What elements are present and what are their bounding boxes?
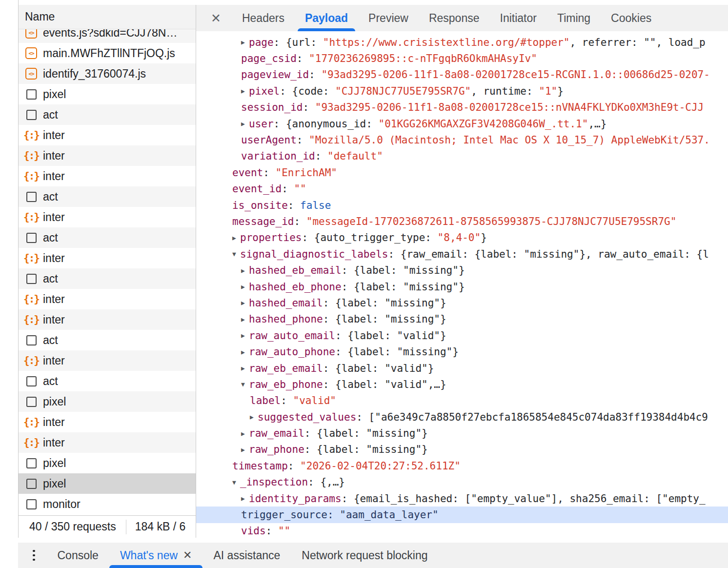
json-key: signal_diagnostic_labels [240,248,388,260]
payload-row-raw_phone[interactable]: ▶raw_phone: {label: "missing"} [196,442,728,458]
collapse-arrow-icon[interactable]: ▼ [232,250,240,258]
payload-row-raw_eb_email[interactable]: ▶raw_eb_email: {label: "valid"} [196,360,728,376]
request-row-pixel[interactable]: pixel [19,84,196,104]
key-colon: : [280,85,292,97]
request-row-inter[interactable]: {:}inter [19,145,196,166]
request-row-pixel[interactable]: pixel [19,391,196,412]
expand-arrow-icon[interactable]: ▶ [241,495,249,502]
payload-row-pageview_id[interactable]: pageview_id: "93ad3295-0206-11f1-8a08-02… [196,67,728,83]
expand-arrow-icon[interactable]: ▶ [241,283,249,290]
payload-row-page[interactable]: ▶page: {url: "https://www.crisistextline… [196,34,728,50]
request-row-inter[interactable]: {:}inter [19,432,196,453]
tab-cookies[interactable]: Cookies [604,5,658,31]
payload-row-userAgent[interactable]: userAgent: "Mozilla/5.0 (Macintosh; Inte… [196,132,728,148]
more-tools-icon[interactable] [33,550,35,561]
expand-arrow-icon[interactable]: ▶ [241,299,249,306]
payload-row-message_id[interactable]: message_id: "messageId-1770236872611-875… [196,213,728,229]
payload-row-hashed_eb_email[interactable]: ▶hashed_eb_email: {label: "missing"} [196,262,728,278]
expand-arrow-icon[interactable]: ▶ [241,39,249,46]
payload-row-is_onsite[interactable]: is_onsite: false [196,197,728,213]
expand-arrow-icon[interactable]: ▶ [232,234,240,242]
payload-row-label[interactable]: label: "valid" [196,393,728,409]
request-row-inter[interactable]: {:}inter [19,125,196,145]
expand-arrow-icon[interactable]: ▶ [241,120,249,127]
expand-arrow-icon[interactable]: ▶ [241,430,249,437]
name-column-header[interactable]: Name [19,5,196,29]
tab-headers[interactable]: Headers [235,5,291,31]
expand-arrow-icon[interactable]: ▶ [241,332,249,339]
drawer-tab-console[interactable]: Console [47,543,109,568]
close-icon[interactable]: ✕ [211,11,221,25]
payload-row-raw_email[interactable]: ▶raw_email: {label: "missing"} [196,425,728,441]
payload-row-hashed_phone[interactable]: ▶hashed_phone: {label: "missing"} [196,311,728,327]
expand-arrow-icon[interactable]: ▶ [250,413,258,421]
request-row-main.MWFhZTllNTFjOQ.js[interactable]: <>main.MWFhZTllNTFjOQ.js [19,43,196,63]
request-row-inter[interactable]: {:}inter [19,350,196,371]
collapse-arrow-icon[interactable]: ▼ [232,479,240,486]
payload-row-identity_params[interactable]: ▶identity_params: {email_is_hashed: ["em… [196,490,728,507]
json-key: event_id [232,183,282,195]
payload-row-raw_eb_phone[interactable]: ▼raw_eb_phone: {label: "valid",…} [196,376,728,392]
expand-arrow-icon[interactable]: ▶ [241,446,249,453]
payload-row-properties[interactable]: ▶properties: {auto_trigger_type: "8,4-0"… [196,230,728,246]
payload-row-user[interactable]: ▶user: {anonymous_id: "01KGG26KMGAXZGF3V… [196,116,728,132]
request-row-act[interactable]: act [19,104,196,125]
request-row-inter[interactable]: {:}inter [19,248,196,268]
request-row-monitor[interactable]: monitor [19,494,196,514]
request-row-events.js?sdkid=CJJ78N…[interactable]: <>events.js?sdkid=CJJ78N… [19,29,196,43]
payload-row-vids[interactable]: vids: "" [196,523,728,539]
request-row-inter[interactable]: {:}inter [19,207,196,227]
request-row-inter[interactable]: {:}inter [19,412,196,432]
json-key: label [250,395,281,406]
json-string-value: "default" [327,150,383,162]
payload-row-hashed_eb_phone[interactable]: ▶hashed_eb_phone: {label: "missing"} [196,279,728,295]
drawer-tab-what-s-new[interactable]: What's new✕ [109,543,203,568]
expand-arrow-icon[interactable]: ▶ [241,87,249,95]
request-row-pixel[interactable]: pixel [19,473,196,494]
payload-row-trigger_source[interactable]: trigger_source: "aam_data_layer" [196,507,728,523]
payload-row-variation_id[interactable]: variation_id: "default" [196,148,728,164]
payload-row-_inspection[interactable]: ▼_inspection: {,…} [196,474,728,490]
request-row-identify_31760074.js[interactable]: <>identify_31760074.js [19,63,196,84]
payload-row-signal_diagnostic_labels[interactable]: ▼signal_diagnostic_labels: {raw_email: {… [196,246,728,262]
request-name: pixel [43,88,66,101]
payload-row-timestamp[interactable]: timestamp: "2026-02-04T20:27:52.611Z" [196,458,728,474]
request-row-inter[interactable]: {:}inter [19,289,196,309]
expand-arrow-icon[interactable]: ▶ [241,365,249,372]
tab-timing[interactable]: Timing [550,5,597,31]
payload-row-raw_auto_email[interactable]: ▶raw_auto_email: {label: "valid"} [196,327,728,344]
request-row-inter[interactable]: {:}inter [19,309,196,330]
expand-arrow-icon[interactable]: ▶ [241,348,249,356]
payload-row-pixel[interactable]: ▶pixel: {code: "CJJ78NJC77U5E795SR7G", r… [196,83,728,99]
payload-row-suggested_values[interactable]: ▶suggested_values: ["a6e349c7a8850f27ebc… [196,409,728,425]
tab-initiator[interactable]: Initiator [493,5,544,31]
expand-arrow-icon[interactable]: ▶ [241,316,249,323]
drawer-tab-ai-assistance[interactable]: AI assistance [202,543,291,568]
payload-row-hashed_email[interactable]: ▶hashed_email: {label: "missing"} [196,295,728,311]
payload-row-event[interactable]: event: "EnrichAM" [196,164,728,181]
tab-payload[interactable]: Payload [298,5,355,31]
request-row-act[interactable]: act [19,330,196,350]
payload-row-page_csid[interactable]: page_csid: "1770236269895::c-nTFgqbR6Okm… [196,50,728,66]
request-name: act [43,272,58,285]
json-key: page_csid [241,53,297,64]
drawer-tab-network-request-blocking[interactable]: Network request blocking [291,543,438,568]
tab-preview[interactable]: Preview [362,5,415,31]
close-icon[interactable]: ✕ [183,549,192,562]
request-row-act[interactable]: act [19,268,196,289]
key-colon: : [281,395,293,406]
request-row-act[interactable]: act [19,371,196,391]
request-rows-viewport[interactable]: <>events.js?sdkid=CJJ78N…<>main.MWFhZTll… [19,29,196,515]
request-row-act[interactable]: act [19,186,196,207]
payload-row-raw_auto_phone[interactable]: ▶raw_auto_phone: {label: "missing"} [196,344,728,360]
collapse-arrow-icon[interactable]: ▼ [241,381,249,388]
request-row-pixel[interactable]: pixel [19,453,196,473]
request-row-act[interactable]: act [19,227,196,248]
tab-response[interactable]: Response [422,5,486,31]
payload-row-event_id[interactable]: event_id: "" [196,181,728,197]
document-icon [26,110,37,120]
script-file-icon: <> [25,29,37,39]
request-row-inter[interactable]: {:}inter [19,166,196,186]
payload-row-session_id[interactable]: session_id: "93ad3295-0206-11f1-8a08-020… [196,100,728,116]
expand-arrow-icon[interactable]: ▶ [241,267,249,274]
